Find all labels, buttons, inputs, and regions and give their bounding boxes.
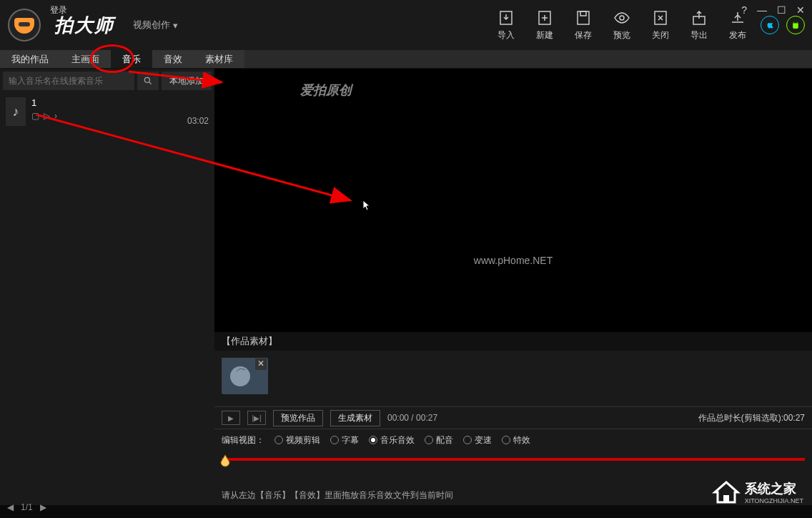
- close-button[interactable]: 关闭: [652, 9, 669, 41]
- close-icon[interactable]: ✕: [796, 4, 805, 16]
- svg-rect-1: [19, 22, 30, 26]
- clip-thumbnail[interactable]: ✕: [222, 358, 267, 394]
- playback-controls: ▶ |▶| 预览作品 生成素材 00:00 / 00:27 作品总时长(剪辑选取…: [214, 406, 812, 429]
- generate-material-button[interactable]: 生成素材: [330, 410, 380, 426]
- svg-point-6: [620, 16, 624, 20]
- main-area: 爱拍原创 www.pHome.NET 【作品素材】 ✕ ▶ |▶| 预览作品 生…: [214, 69, 812, 505]
- watermark-top: 爱拍原创: [300, 82, 352, 99]
- svg-point-9: [144, 77, 149, 82]
- music-title: 1: [31, 97, 182, 108]
- radio-music-sfx[interactable]: 音乐音效: [369, 434, 415, 446]
- music-list-item[interactable]: ♪ 1 ▢ ▷ › 03:02: [0, 93, 214, 130]
- radio-speed[interactable]: 变速: [463, 434, 492, 446]
- help-icon[interactable]: ?: [741, 4, 747, 16]
- time-display: 00:00 / 00:27: [387, 413, 437, 423]
- cursor-icon: [357, 197, 375, 218]
- window-controls: ? — ☐ ✕: [741, 4, 805, 16]
- tab-music[interactable]: 音乐: [111, 50, 152, 68]
- watermark-mid: www.pHome.NET: [474, 255, 553, 266]
- brand-watermark: 系统之家 XITONGZHIJIA.NET: [712, 479, 803, 505]
- search-button[interactable]: [137, 72, 159, 90]
- sidebar: 本地添加 ♪ 1 ▢ ▷ › 03:02: [0, 69, 214, 505]
- pager-next[interactable]: ▶: [40, 502, 46, 512]
- pager-text: 1/1: [21, 502, 33, 512]
- tab-library[interactable]: 素材库: [194, 50, 244, 68]
- step-play-button[interactable]: |▶|: [247, 411, 266, 425]
- search-input[interactable]: [3, 72, 134, 90]
- timeline-handle-icon[interactable]: [219, 454, 231, 468]
- timeline-track[interactable]: [222, 458, 805, 461]
- mode-dropdown[interactable]: 视频创作 ▾: [133, 19, 178, 31]
- maximize-icon[interactable]: ☐: [777, 4, 786, 16]
- total-duration-label: 作品总时长(剪辑选取):00:27: [698, 412, 805, 424]
- svg-rect-4: [578, 11, 589, 24]
- login-link[interactable]: 登录: [50, 4, 67, 16]
- clip-tray: ✕: [214, 351, 812, 406]
- title-bar: 登录 拍大师 视频创作 ▾ 导入 新建 保存 预览 关闭 导出 发布 ? — ☐…: [0, 0, 812, 50]
- music-duration: 03:02: [187, 116, 209, 126]
- music-note-icon: ♪: [6, 97, 26, 126]
- play-button[interactable]: ▶: [222, 411, 240, 425]
- tab-main-scene[interactable]: 主画面: [60, 50, 111, 68]
- section-label: 【作品素材】: [214, 332, 812, 351]
- clip-remove-button[interactable]: ✕: [255, 358, 267, 370]
- more-icon[interactable]: ›: [54, 111, 57, 121]
- radio-video-edit[interactable]: 视频剪辑: [274, 434, 320, 446]
- house-icon: [712, 479, 741, 505]
- pager: ◀ 1/1 ▶: [7, 502, 46, 512]
- minimize-icon[interactable]: —: [757, 4, 767, 16]
- tab-my-works[interactable]: 我的作品: [0, 50, 60, 68]
- edit-view-row: 编辑视图： 视频剪辑 字幕 音乐音效 配音 变速 特效: [214, 429, 812, 451]
- chevron-down-icon: ▾: [173, 20, 178, 31]
- play-icon[interactable]: ▷: [44, 111, 50, 121]
- music-info: 1 ▢ ▷ ›: [31, 97, 182, 126]
- app-logo-icon: [7, 8, 41, 42]
- platform-icons: [761, 16, 805, 34]
- sidebar-tabs: 我的作品 主画面 音乐 音效 素材库: [0, 50, 812, 69]
- export-button[interactable]: 导出: [690, 9, 708, 41]
- edit-view-label: 编辑视图：: [222, 434, 264, 446]
- local-add-button[interactable]: 本地添加: [162, 72, 212, 90]
- search-icon: [143, 76, 153, 86]
- preview-work-button[interactable]: 预览作品: [273, 410, 323, 426]
- android-icon[interactable]: [786, 16, 805, 34]
- radio-dub[interactable]: 配音: [425, 434, 453, 446]
- toolbar: 导入 新建 保存 预览 关闭 导出 发布: [497, 9, 746, 41]
- import-button[interactable]: 导入: [497, 9, 515, 41]
- preview-button[interactable]: 预览: [613, 9, 630, 41]
- tab-sound-fx[interactable]: 音效: [152, 50, 194, 68]
- stop-icon[interactable]: ▢: [31, 111, 39, 121]
- preview-area[interactable]: 爱拍原创 www.pHome.NET: [214, 69, 812, 332]
- save-button[interactable]: 保存: [575, 9, 592, 41]
- logo-area: 登录 拍大师 视频创作 ▾: [7, 8, 178, 42]
- radio-subtitle[interactable]: 字幕: [330, 434, 359, 446]
- svg-rect-5: [580, 11, 586, 16]
- mode-label: 视频创作: [133, 19, 170, 31]
- svg-rect-14: [723, 495, 729, 502]
- radio-fx[interactable]: 特效: [502, 434, 530, 446]
- apple-icon[interactable]: [761, 16, 779, 34]
- svg-point-11: [230, 366, 250, 386]
- pager-prev[interactable]: ◀: [7, 502, 14, 512]
- new-button[interactable]: 新建: [536, 9, 553, 41]
- search-row: 本地添加: [0, 69, 214, 93]
